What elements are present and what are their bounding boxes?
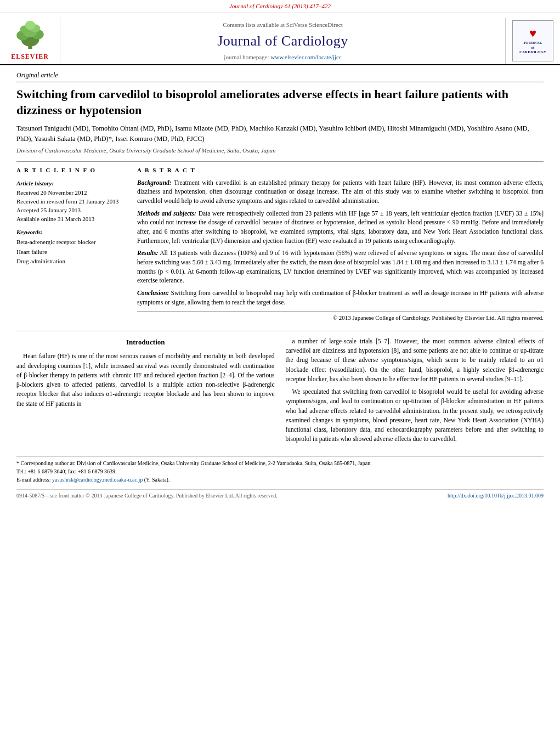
conclusion-text: Switching from carvedilol to bisoprolol …: [137, 290, 544, 306]
results-text: All 13 patients with dizziness (100%) an…: [137, 250, 544, 284]
divider: [16, 161, 544, 162]
abstract-background: Background: Treatment with carvedilol is…: [137, 178, 544, 206]
svg-point-7: [25, 21, 35, 30]
journal-citation: Journal of Cardiology 61 (2013) 417–422: [229, 3, 331, 9]
article-info-title: A R T I C L E I N F O: [16, 166, 126, 174]
journal-header: ELSEVIER Contents lists available at Sci…: [0, 13, 560, 65]
svg-point-8: [29, 44, 31, 46]
authors: Tatsunori Taniguchi (MD), Tomohito Ohtan…: [16, 123, 544, 144]
elsevier-label: ELSEVIER: [11, 52, 49, 61]
elsevier-tree-icon: [8, 20, 52, 50]
abstract-conclusion: Conclusion: Switching from carvedilol to…: [137, 289, 544, 307]
intro-para-2: a number of large-scale trials [5–7]. Ho…: [286, 337, 544, 384]
top-citation-bar: Journal of Cardiology 61 (2013) 417–422: [0, 0, 560, 13]
available-date: Available online 31 March 2013: [16, 215, 126, 224]
copyright-line: © 2013 Japanese College of Cardiology. P…: [137, 311, 544, 322]
keyword-2: Heart failure: [16, 247, 126, 257]
article-title: Switching from carvedilol to bisoprolol …: [16, 87, 544, 118]
email-label: E-mail address:: [16, 477, 50, 483]
article-info-abstract: A R T I C L E I N F O Article history: R…: [16, 166, 544, 323]
doi-link[interactable]: http://dx.doi.org/10.1016/j.jjcc.2013.01…: [448, 492, 544, 500]
main-content: Original article Switching from carvedil…: [0, 65, 560, 505]
article-type: Original article: [16, 71, 544, 82]
affiliation: Division of Cardiovascular Medicine, Osa…: [16, 146, 544, 155]
body-section: Introduction Heart failure (HF) is one o…: [16, 331, 544, 448]
corresponding-author: * Corresponding author at: Division of C…: [16, 459, 544, 467]
accepted-date: Accepted 25 January 2013: [16, 206, 126, 215]
intro-para-3: We speculated that switching from carved…: [286, 387, 544, 444]
abstract-title: A B S T R A C T: [137, 166, 544, 174]
elsevier-logo: ELSEVIER: [0, 18, 60, 64]
background-label: Background:: [137, 179, 172, 186]
background-text: Treatment with carvedilol is an establis…: [137, 179, 544, 204]
abstract-results: Results: All 13 patients with dizziness …: [137, 248, 544, 285]
abstract-col: A B S T R A C T Background: Treatment wi…: [137, 166, 544, 323]
tel-fax: Tel.: +81 6 6879 3640; fax: +81 6 6879 3…: [16, 467, 544, 476]
footnotes: * Corresponding author at: Division of C…: [16, 456, 544, 484]
email-line: E-mail address: yasushisk@cardiology.med…: [16, 476, 544, 484]
intro-text-right: a number of large-scale trials [5–7]. Ho…: [286, 337, 544, 444]
issn-text: 0914-5087/$ – see front matter © 2013 Ja…: [16, 492, 278, 500]
keywords-list: Beta-adrenergic receptor blocker Heart f…: [16, 237, 126, 267]
intro-para-1: Heart failure (HF) is one of the most se…: [16, 352, 275, 409]
keyword-3: Drug administration: [16, 257, 126, 267]
received-date: Received 20 November 2012: [16, 189, 126, 197]
journal-center: Contents lists available at SciVerse Sci…: [60, 18, 505, 64]
journal-logo-box: ♥ JOURNALofCARDIOLOGY: [512, 20, 553, 61]
logo-journal-text: JOURNALofCARDIOLOGY: [519, 41, 546, 54]
sciverse-text: Contents lists available at SciVerse Sci…: [223, 21, 342, 29]
revised-date: Received in revised form 21 January 2013: [16, 197, 126, 206]
results-label: Results:: [137, 250, 158, 256]
article-info-col: A R T I C L E I N F O Article history: R…: [16, 166, 126, 323]
intro-text-left: Heart failure (HF) is one of the most se…: [16, 352, 275, 409]
body-col-left: Introduction Heart failure (HF) is one o…: [16, 337, 275, 448]
methods-text: Data were retrospectively collected from…: [137, 210, 544, 244]
keyword-1: Beta-adrenergic receptor blocker: [16, 237, 126, 247]
journal-logo-right: ♥ JOURNALofCARDIOLOGY: [505, 18, 560, 64]
keywords-label: Keywords:: [16, 228, 126, 236]
email-address[interactable]: yasushisk@cardiology.med.osaka-u.ac.jp: [52, 477, 143, 483]
body-col-right: a number of large-scale trials [5–7]. Ho…: [286, 337, 544, 448]
body-two-col: Introduction Heart failure (HF) is one o…: [16, 337, 544, 448]
history-label: Article history:: [16, 179, 126, 188]
email-person: (Y. Sakata).: [144, 477, 170, 483]
journal-title: Journal of Cardiology: [217, 31, 348, 51]
footer-bar: 0914-5087/$ – see front matter © 2013 Ja…: [16, 489, 544, 500]
abstract-methods: Methods and subjects: Data were retrospe…: [137, 209, 544, 246]
homepage-url[interactable]: www.elsevier.com/locate/jjcc: [270, 54, 341, 60]
homepage-link: journal homepage: www.elsevier.com/locat…: [224, 53, 341, 61]
conclusion-label: Conclusion:: [137, 290, 169, 296]
heart-icon: ♥: [529, 27, 536, 39]
methods-label: Methods and subjects:: [137, 210, 196, 217]
introduction-heading: Introduction: [16, 337, 275, 348]
page: Journal of Cardiology 61 (2013) 417–422 …: [0, 0, 560, 741]
